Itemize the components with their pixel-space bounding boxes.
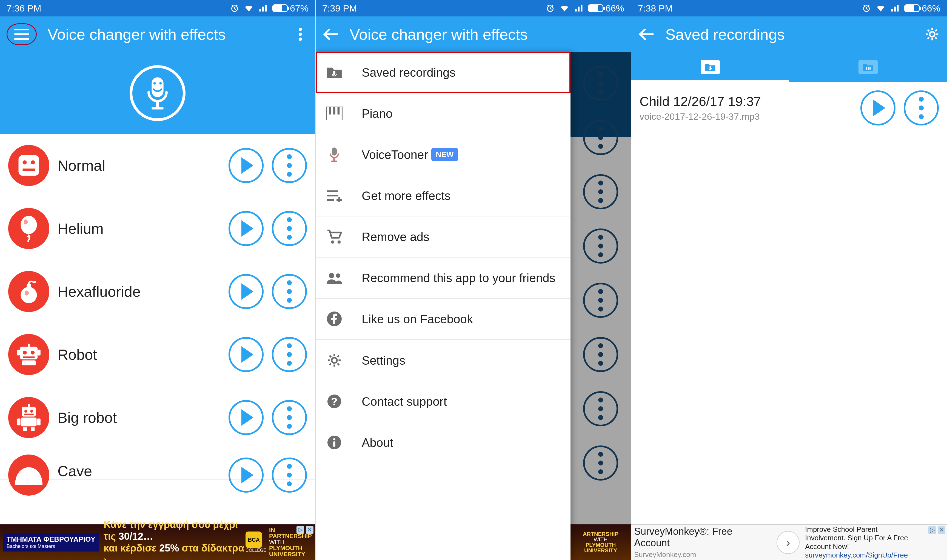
signal-icon <box>258 3 268 13</box>
screen-main: 7:36 PM 67% Voice changer with effects <box>0 0 316 560</box>
play-button[interactable] <box>861 91 896 126</box>
svg-rect-23 <box>17 349 20 355</box>
back-button[interactable] <box>322 26 339 43</box>
info-icon <box>323 435 345 450</box>
more-button[interactable] <box>272 337 307 372</box>
svg-rect-61 <box>868 67 869 69</box>
effects-list[interactable]: Normal Helium Hexafluoride <box>0 134 315 480</box>
svg-point-13 <box>20 216 37 234</box>
svg-rect-30 <box>24 414 34 415</box>
drawer-item-settings[interactable]: Settings <box>316 340 570 381</box>
svg-rect-8 <box>151 107 163 109</box>
overflow-button[interactable] <box>292 26 308 43</box>
more-button[interactable] <box>904 91 939 126</box>
drawer-item-remove-ads[interactable]: Remove ads <box>316 217 570 257</box>
ad-text: Involvement. Sign Up For A Free <box>805 534 944 542</box>
drawer-label: Saved recordings <box>362 65 563 80</box>
ad-banner-partial[interactable]: ARTNERSHIP WITH PLYMOUTH UNIVERSITY <box>570 525 631 560</box>
ad-banner[interactable]: ▷ ✕ SurveyMonkey®: Free Account SurveyMo… <box>631 525 947 560</box>
drawer-label: Recommend this app to your friends <box>362 271 563 286</box>
ad-description: Improve School Parent Involvement. Sign … <box>805 525 944 560</box>
effect-row-normal: Normal <box>0 134 315 197</box>
svg-rect-45 <box>331 160 337 162</box>
drawer-item-about[interactable]: About <box>316 422 570 463</box>
play-button[interactable] <box>228 211 263 246</box>
battery-indicator: 66% <box>588 3 624 14</box>
status-time: 7:39 PM <box>322 3 545 14</box>
effect-row-hexafluoride: Hexafluoride <box>0 260 315 323</box>
ad-text: UNIVERSITY <box>269 551 305 557</box>
ad-close-icon[interactable]: ✕ <box>306 526 314 534</box>
svg-rect-62 <box>870 67 870 69</box>
ad-headline: SurveyMonkey®: Free Account SurveyMonkey… <box>634 526 771 559</box>
tab-voice[interactable] <box>631 52 789 82</box>
drawer-item-piano[interactable]: Piano <box>316 93 570 134</box>
more-button[interactable] <box>272 211 307 246</box>
svg-rect-60 <box>866 67 867 69</box>
ad-domain: SurveyMonkey.com <box>634 551 771 559</box>
drawer-item-support[interactable]: ? Contact support <box>316 381 570 422</box>
ad-text: Account <box>634 537 771 549</box>
record-header <box>0 52 315 134</box>
tab-piano[interactable] <box>789 52 947 82</box>
more-button[interactable] <box>272 457 307 492</box>
drawer-item-saved-recordings[interactable]: Saved recordings <box>316 52 570 93</box>
ad-controls: ▷ ✕ <box>929 526 945 534</box>
ad-controls: ▷ ✕ <box>297 526 314 534</box>
drawer-item-more-effects[interactable]: Get more effects <box>316 175 570 217</box>
ad-left-subtext: Bachelors και Masters <box>6 543 95 549</box>
big-robot-icon <box>8 397 49 438</box>
screen-drawer: 7:39 PM 66% Voice changer with effects <box>316 0 631 560</box>
play-button[interactable] <box>228 274 263 309</box>
drawer-item-voicetooner[interactable]: VoiceTooner NEW <box>316 134 570 175</box>
app-title: Voice changer with effects <box>48 26 281 43</box>
nav-drawer: Saved recordings Piano VoiceTooner NEW G… <box>316 52 570 560</box>
svg-rect-40 <box>329 106 331 114</box>
drawer-label: Remove ads <box>362 229 563 245</box>
ad-text: 25% <box>159 543 179 554</box>
drawer-item-recommend[interactable]: Recommend this app to your friends <box>316 257 570 298</box>
status-time: 7:36 PM <box>6 3 229 14</box>
ad-text: 30/12… <box>119 531 153 542</box>
adchoices-icon[interactable]: ▷ <box>929 526 936 534</box>
battery-indicator: 66% <box>904 3 941 14</box>
svg-rect-56 <box>333 442 336 446</box>
play-button[interactable] <box>228 400 263 435</box>
drawer-item-facebook[interactable]: Like us on Facebook <box>316 298 570 340</box>
record-button[interactable] <box>129 65 185 121</box>
facebook-icon <box>323 311 345 326</box>
svg-point-18 <box>34 281 36 283</box>
ad-text: Improve School Parent <box>805 525 944 534</box>
settings-button[interactable] <box>924 26 941 43</box>
ad-banner[interactable]: ▷ ✕ ΤΜΗΜΑΤΑ ΦΕΒΡΟΥΑΡΙΟΥ Bachelors και Ma… <box>0 525 315 560</box>
gear-icon <box>323 353 345 368</box>
svg-point-49 <box>336 274 340 278</box>
play-button[interactable] <box>228 457 263 492</box>
svg-rect-43 <box>332 148 337 155</box>
svg-rect-22 <box>23 357 35 358</box>
playlist-add-icon <box>323 189 345 202</box>
more-button[interactable] <box>272 400 307 435</box>
svg-point-46 <box>331 240 334 244</box>
play-button[interactable] <box>228 148 263 183</box>
svg-rect-44 <box>333 157 335 160</box>
ad-left-text: ΤΜΗΜΑΤΑ ΦΕΒΡΟΥΑΡΙΟΥ <box>6 535 95 543</box>
more-button[interactable] <box>272 148 307 183</box>
svg-rect-35 <box>23 428 27 431</box>
menu-button[interactable] <box>14 26 30 43</box>
play-button[interactable] <box>228 337 263 372</box>
ad-text: και κέρδισε <box>103 543 159 554</box>
svg-point-51 <box>331 357 337 363</box>
ad-text: SurveyMonkey®: Free <box>634 526 771 537</box>
more-button[interactable] <box>272 274 307 309</box>
battery-percent: 66% <box>922 3 941 14</box>
svg-point-28 <box>25 409 28 412</box>
back-button[interactable] <box>638 26 654 43</box>
ad-go-button[interactable]: › <box>776 531 799 554</box>
adchoices-icon[interactable]: ▷ <box>297 526 304 534</box>
svg-rect-25 <box>22 360 35 365</box>
folder-mic-icon <box>323 66 345 79</box>
ad-close-icon[interactable]: ✕ <box>938 526 945 534</box>
drawer-label: Like us on Facebook <box>362 311 563 326</box>
svg-rect-41 <box>333 106 336 114</box>
